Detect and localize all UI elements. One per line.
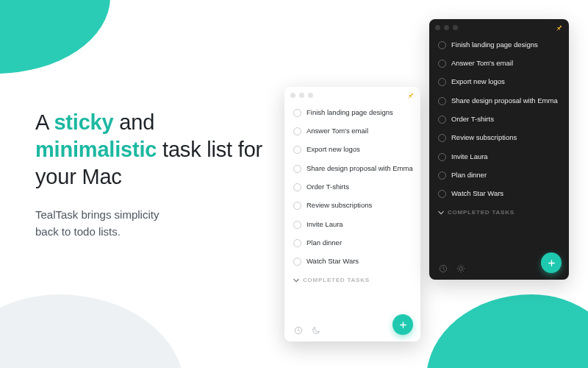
task-label: Review subscriptions: [451, 133, 517, 142]
checkbox-icon[interactable]: [438, 97, 446, 105]
completed-tasks-toggle[interactable]: COMPLETED TASKS: [293, 271, 413, 285]
checkbox-icon[interactable]: [438, 190, 446, 198]
task-label: Finish landing page designs: [306, 108, 393, 117]
task-row[interactable]: Order T-shirts: [293, 177, 413, 196]
task-row[interactable]: Finish landing page designs: [293, 103, 413, 121]
task-row[interactable]: Order T-shirts: [438, 110, 562, 128]
task-label: Order T-shirts: [451, 115, 494, 124]
traffic-light-dot[interactable]: [290, 93, 295, 98]
task-label: Share design proposal with Emma: [451, 96, 558, 105]
window-footer: [429, 249, 569, 280]
traffic-light-dot[interactable]: [435, 25, 440, 30]
checkbox-icon[interactable]: [438, 78, 446, 86]
task-label: Export new logos: [306, 145, 360, 154]
task-row[interactable]: Answer Tom's email: [293, 121, 413, 140]
decor-blob-gray: [0, 294, 184, 368]
sun-icon[interactable]: [456, 263, 466, 274]
add-task-button[interactable]: [392, 314, 413, 335]
task-label: Finish landing page designs: [451, 40, 538, 49]
checkbox-icon[interactable]: [293, 146, 301, 154]
hero-subtitle: TealTask brings simplicity back to todo …: [35, 207, 270, 240]
task-list: Finish landing page designs Answer Tom's…: [429, 35, 569, 249]
clock-icon[interactable]: [293, 325, 304, 336]
checkbox-icon[interactable]: [293, 165, 301, 173]
decor-blob-top-left: [0, 0, 110, 74]
pin-icon[interactable]: [554, 23, 563, 32]
task-row[interactable]: Plan dinner: [293, 233, 413, 252]
clock-icon[interactable]: [438, 263, 448, 274]
task-label: Order T-shirts: [306, 183, 349, 191]
task-label: Answer Tom's email: [451, 59, 513, 68]
task-label: Plan dinner: [306, 238, 342, 247]
completed-tasks-toggle[interactable]: COMPLETED TASKS: [438, 203, 562, 217]
checkbox-icon[interactable]: [293, 239, 301, 247]
task-window-dark: Finish landing page designs Answer Tom's…: [429, 19, 569, 280]
add-task-button[interactable]: [541, 252, 562, 273]
checkbox-icon[interactable]: [438, 134, 446, 142]
traffic-light-dot[interactable]: [444, 25, 449, 30]
chevron-down-icon: [293, 277, 299, 283]
checkbox-icon[interactable]: [438, 60, 446, 68]
checkbox-icon[interactable]: [438, 153, 446, 161]
task-row[interactable]: Review subscriptions: [293, 197, 413, 215]
task-label: Invite Laura: [306, 220, 343, 229]
task-label: Answer Tom's email: [306, 127, 368, 135]
pin-icon[interactable]: [406, 91, 415, 99]
task-label: Watch Star Wars: [451, 189, 503, 198]
traffic-light-dot[interactable]: [299, 93, 304, 98]
checkbox-icon[interactable]: [293, 221, 301, 229]
task-window-light: Finish landing page designs Answer Tom's…: [284, 87, 420, 342]
hero-em-minimalistic: minimalistic: [35, 138, 157, 161]
task-label: Invite Laura: [451, 152, 488, 161]
task-row[interactable]: Watch Star Wars: [293, 252, 413, 271]
task-label: Review subscriptions: [306, 201, 372, 210]
task-row[interactable]: Invite Laura: [438, 147, 562, 166]
checkbox-icon[interactable]: [293, 258, 301, 266]
task-label: Export new logos: [451, 77, 505, 86]
task-row[interactable]: Finish landing page designs: [438, 35, 562, 54]
task-row[interactable]: Share design proposal with Emma: [293, 159, 413, 177]
window-footer: [284, 311, 420, 342]
decor-blob-bottom-right: [426, 294, 588, 368]
chevron-down-icon: [438, 210, 444, 216]
checkbox-icon[interactable]: [438, 171, 446, 180]
window-titlebar: [429, 19, 569, 35]
task-row[interactable]: Export new logos: [293, 141, 413, 159]
completed-tasks-label: COMPLETED TASKS: [303, 277, 370, 283]
window-titlebar: [284, 87, 420, 103]
checkbox-icon[interactable]: [438, 116, 446, 124]
completed-tasks-label: COMPLETED TASKS: [448, 209, 514, 216]
hero-headline: A sticky and minimalistic task list for …: [35, 109, 270, 191]
checkbox-icon[interactable]: [293, 183, 301, 191]
task-row[interactable]: Export new logos: [438, 73, 562, 91]
hero-em-sticky: sticky: [54, 110, 113, 134]
svg-point-2: [459, 267, 463, 271]
checkbox-icon[interactable]: [438, 41, 446, 49]
task-row[interactable]: Watch Star Wars: [438, 185, 562, 203]
checkbox-icon[interactable]: [293, 127, 301, 135]
task-list: Finish landing page designs Answer Tom's…: [284, 103, 420, 311]
task-row[interactable]: Invite Laura: [293, 215, 413, 233]
task-row[interactable]: Plan dinner: [438, 166, 562, 184]
traffic-light-dot[interactable]: [308, 93, 313, 98]
task-label: Watch Star Wars: [306, 257, 359, 266]
moon-icon[interactable]: [311, 325, 321, 336]
task-label: Plan dinner: [451, 171, 487, 180]
task-label: Share design proposal with Emma: [306, 164, 413, 173]
checkbox-icon[interactable]: [293, 202, 301, 210]
task-row[interactable]: Review subscriptions: [438, 129, 562, 147]
checkbox-icon[interactable]: [293, 109, 301, 117]
task-row[interactable]: Answer Tom's email: [438, 54, 562, 72]
hero: A sticky and minimalistic task list for …: [35, 109, 270, 240]
traffic-light-dot[interactable]: [453, 25, 458, 30]
task-row[interactable]: Share design proposal with Emma: [438, 91, 562, 110]
